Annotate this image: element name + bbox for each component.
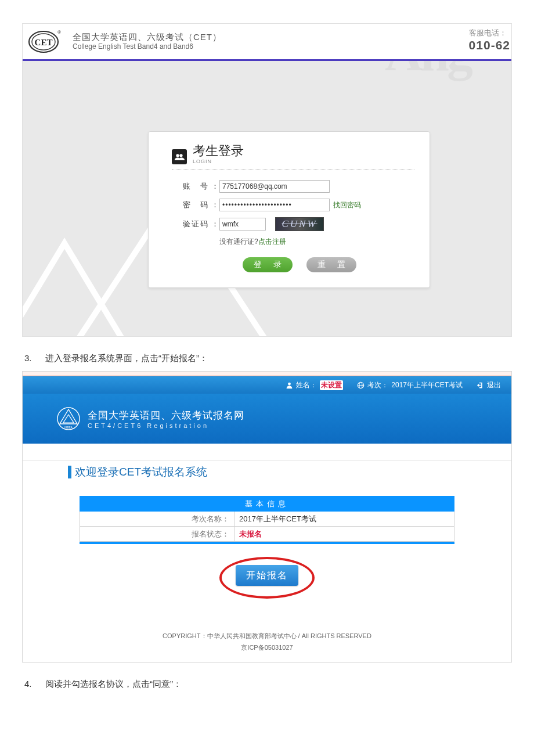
register-hint-text: 没有通行证? — [219, 237, 258, 246]
row1-key: 考次名称： — [80, 512, 234, 527]
row1-value: 2017年上半年CET考试 — [234, 512, 454, 527]
step-4-text: 阅读并勾选报名协议，点击“同意”： — [45, 679, 182, 690]
content-area: 欢迎登录CET考试报名系统 基本信息 考次名称： 2017年上半年CET考试 报… — [23, 465, 511, 621]
step-4-number: 4. — [24, 679, 36, 690]
button-row: 登 录 重 置 — [243, 257, 414, 272]
step-3: 3. 进入登录报名系统界面，点击“开始报名”： — [24, 353, 510, 364]
account-input[interactable] — [219, 180, 330, 193]
register-hint: 没有通行证?点击注册 — [219, 237, 414, 247]
login-screenshot: Ahg CET ® 全国大学英语四、六级考试（CET） College Engl… — [22, 23, 512, 337]
login-title: 考生登录 — [193, 145, 244, 157]
users-icon — [172, 149, 187, 164]
crumb-bar — [23, 372, 511, 376]
name-label: 姓名： — [296, 380, 317, 390]
topbar: 姓名： 未设置 考次： 2017年上半年CET考试 退出 — [23, 376, 511, 394]
svg-marker-15 — [60, 409, 77, 424]
captcha-input[interactable] — [219, 218, 266, 231]
site-titles: 全国大学英语四、六级考试（CET） College English Test B… — [73, 31, 222, 52]
table-header: 基本信息 — [80, 496, 454, 512]
welcome-text: 欢迎登录CET考试报名系统 — [75, 465, 207, 480]
basic-info-table: 基本信息 考次名称： 2017年上半年CET考试 报名状态： 未报名 — [80, 496, 454, 544]
find-password-link[interactable]: 找回密码 — [333, 200, 361, 210]
password-row: 密 码 ： 找回密码 — [172, 199, 414, 211]
banner-title-en: CET4/CET6 Registration — [88, 422, 244, 429]
hotline-number: 010-62 — [469, 38, 510, 53]
site-banner: NEEA 全国大学英语四、六级考试报名网 CET4/CET6 Registrat… — [23, 394, 511, 444]
table-row: 报名状态： 未报名 — [80, 527, 454, 542]
logout-label: 退出 — [487, 380, 501, 390]
row2-value: 未报名 — [234, 527, 454, 542]
svg-text:®: ® — [57, 30, 61, 35]
hotline: 客服电话： 010-62 — [469, 28, 511, 53]
nav-strip — [23, 444, 511, 461]
row2-key: 报名状态： — [80, 527, 234, 542]
registration-screenshot: 姓名： 未设置 考次： 2017年上半年CET考试 退出 NEEA 全国大学英语… — [22, 371, 512, 663]
neea-logo: NEEA — [56, 406, 81, 431]
captcha-label: 验证码 — [172, 219, 211, 229]
hotline-label: 客服电话： — [469, 28, 510, 38]
step-4: 4. 阅读并勾选报名协议，点击“同意”： — [24, 679, 510, 690]
logout-link[interactable]: 退出 — [477, 380, 501, 390]
password-input[interactable] — [219, 199, 330, 211]
step-3-text: 进入登录报名系统界面，点击“开始报名”： — [45, 353, 208, 364]
register-link[interactable]: 点击注册 — [258, 237, 286, 246]
step-3-number: 3. — [24, 353, 36, 364]
svg-point-9 — [179, 154, 182, 157]
name-value: 未设置 — [320, 380, 343, 390]
login-button[interactable]: 登 录 — [243, 257, 293, 272]
captcha-row: 验证码 ： CUNW — [172, 217, 414, 231]
account-label: 账 号 — [172, 181, 211, 192]
cet-logo: CET ® — [27, 29, 62, 55]
copyright-line2: 京ICP备05031027 — [23, 642, 511, 654]
session-value: 2017年上半年CET考试 — [391, 380, 463, 390]
svg-point-10 — [288, 382, 291, 385]
site-title-en: College English Test Band4 and Band6 — [73, 42, 222, 52]
banner-titles: 全国大学英语四、六级考试报名网 CET4/CET6 Registration — [88, 409, 244, 429]
user-icon — [286, 381, 293, 389]
start-wrap: 开始报名 — [68, 557, 466, 621]
banner-title-zh: 全国大学英语四、六级考试报名网 — [88, 409, 244, 422]
welcome-accent-bar — [68, 466, 71, 478]
login-card-header: 考生登录 LOGIN — [172, 145, 414, 170]
svg-text:NEEA: NEEA — [64, 426, 73, 429]
captcha-image[interactable]: CUNW — [275, 217, 324, 231]
globe-icon — [357, 381, 365, 389]
site-title-zh: 全国大学英语四、六级考试（CET） — [73, 31, 222, 43]
reset-button[interactable]: 重 置 — [306, 257, 356, 272]
copyright: COPYRIGHT：中华人民共和国教育部考试中心 / All RIGHTS RE… — [23, 631, 511, 654]
topbar-session: 考次： 2017年上半年CET考试 — [357, 380, 463, 390]
table-row: 考次名称： 2017年上半年CET考试 — [80, 512, 454, 527]
start-registration-button[interactable]: 开始报名 — [236, 565, 298, 586]
account-row: 账 号 ： — [172, 180, 414, 193]
welcome-heading: 欢迎登录CET考试报名系统 — [68, 465, 466, 480]
site-header: CET ® 全国大学英语四、六级考试（CET） College English … — [23, 24, 511, 61]
login-card: 考生登录 LOGIN 账 号 ： 密 码 ： 找回密码 验证码 ： CUNW 没… — [148, 131, 430, 288]
password-label: 密 码 — [172, 200, 211, 210]
copyright-line1: COPYRIGHT：中华人民共和国教育部考试中心 / All RIGHTS RE… — [23, 631, 511, 642]
session-label: 考次： — [367, 380, 388, 390]
login-subtitle: LOGIN — [193, 159, 244, 164]
svg-text:CET: CET — [35, 38, 53, 47]
svg-point-8 — [176, 154, 179, 157]
topbar-name: 姓名： 未设置 — [286, 380, 343, 390]
logout-icon — [477, 381, 484, 389]
